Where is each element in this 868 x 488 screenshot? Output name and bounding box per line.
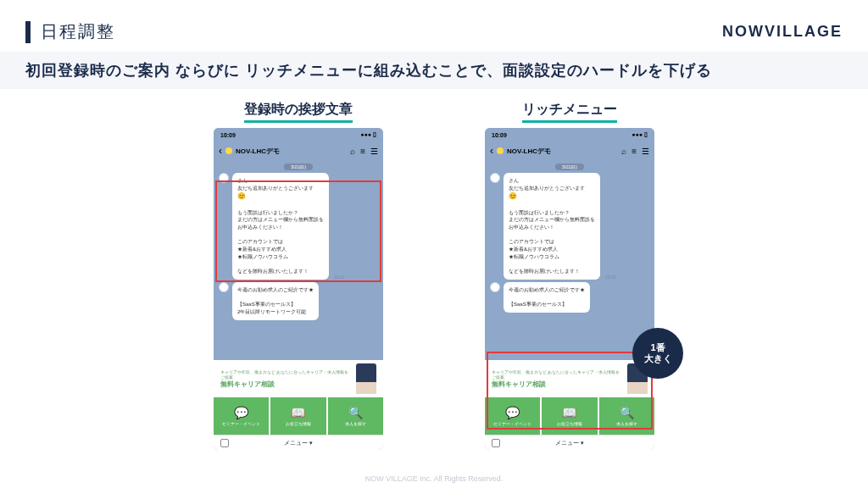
chat-title: NOV-LHCデモ: [507, 147, 618, 156]
rm-subtext: キャリアや年収、働き方など あなたに合ったキャリア・求人情報をご提案: [220, 369, 353, 380]
rm-label: 求人を探す: [616, 421, 637, 426]
msg-line: もう面談は行いましたか？: [237, 209, 324, 217]
rich-menu[interactable]: キャリアや年収、働き方など あなたに合ったキャリア・求人情報をご提案 無料キャリ…: [214, 360, 383, 435]
footer-copyright: NOW VILLAGE Inc. All Rights Reserved.: [0, 474, 868, 483]
rich-menu[interactable]: キャリアや年収、働き方など あなたに合ったキャリア・求人情報をご提案 無料キャリ…: [485, 360, 654, 435]
book-icon: 📖: [562, 406, 576, 419]
msg-line: このアカウントでは: [237, 238, 324, 246]
signal-icons: ●●● ▯: [360, 131, 376, 138]
chat-icon: 💬: [505, 406, 520, 419]
book-icon: 📖: [291, 406, 305, 419]
chat-icon: 💬: [234, 406, 248, 419]
rm-label: セミナー・イベント: [493, 421, 531, 426]
rich-menu-grid: 💬セミナー・イベント 📖お役立ち情報 🔍求人を探す: [214, 397, 383, 435]
search-icon[interactable]: ⌕: [350, 147, 355, 156]
navbar: ‹ NOV-LHCデモ ⌕ ≡ ☰: [485, 141, 654, 160]
rm-cell-seminar[interactable]: 💬セミナー・イベント: [485, 397, 542, 435]
message-row: さん 友だち追加ありがとうございます 😊 もう面談は行いましたか？ まだの方はメ…: [219, 173, 378, 280]
nav-icons: ⌕ ≡ ☰: [350, 147, 378, 156]
msg-line: このアカウントでは: [509, 238, 595, 246]
menu-toggle[interactable]: メニュー ▾: [284, 439, 313, 447]
search-icon[interactable]: ⌕: [621, 147, 626, 156]
menu-icon[interactable]: ☰: [370, 147, 378, 156]
rm-label: お役立ち情報: [286, 421, 311, 426]
rm-label: お役立ち情報: [557, 421, 582, 426]
footbar: メニュー ▾: [214, 435, 383, 450]
msg-line: まだの方はメニュー欄から無料面談を: [509, 216, 595, 224]
callout-badge: 1番 大きく: [632, 328, 683, 379]
timeline: 3/21(前) さん 友だち追加ありがとうございます 😊 もう面談は行いましたか…: [214, 160, 383, 320]
time-label: 10:09: [220, 132, 236, 138]
keyboard-icon[interactable]: [492, 439, 500, 447]
rm-subtext: キャリアや年収、働き方など あなたに合ったキャリア・求人情報をご提案: [492, 369, 624, 380]
time-label: 10:09: [492, 132, 507, 138]
msg-line: 【SaaS事業のセールス】: [237, 301, 314, 308]
keyboard-icon[interactable]: [220, 439, 229, 447]
emoji-icon: 😊: [237, 191, 324, 202]
day-pill: 3/21(前): [555, 164, 584, 170]
jobs-bubble: 今週のお勧め求人のご紹介です★ 【SaaS事業のセールス】 2年目以降リモートワ…: [232, 282, 319, 320]
statusbar: 10:09 ●●● ▯: [214, 128, 383, 141]
timestamp: 10:21: [334, 274, 345, 280]
rm-cell-info[interactable]: 📖お役立ち情報: [542, 397, 598, 435]
rm-label: 求人を探す: [345, 421, 366, 426]
avatar-icon: [497, 147, 504, 154]
greeting-bubble: さん 友だち追加ありがとうございます 😊 もう面談は行いましたか？ まだの方はメ…: [232, 173, 329, 280]
rm-cell-search[interactable]: 🔍求人を探す: [328, 397, 383, 435]
rm-title: 無料キャリア相談: [492, 380, 624, 389]
msg-line: 2年目以降リモートワーク可能: [237, 308, 314, 316]
footbar: メニュー ▾: [485, 435, 654, 450]
rich-menu-top[interactable]: キャリアや年収、働き方など あなたに合ったキャリア・求人情報をご提案 無料キャリ…: [214, 360, 383, 397]
msg-line: ★新着&おすすめ求人: [509, 246, 595, 253]
msg-line: ★転職ノウハウコラム: [509, 253, 595, 261]
badge-line2: 大きく: [644, 353, 672, 364]
rm-cell-seminar[interactable]: 💬セミナー・イベント: [214, 397, 270, 435]
back-icon[interactable]: ‹: [490, 145, 493, 157]
phone-mockup-left: 10:09 ●●● ▯ ‹ NOV-LHCデモ ⌕ ≡ ☰ 3/21(前) さん: [214, 128, 383, 450]
nav-icons: ⌕ ≡ ☰: [621, 147, 649, 156]
menu-toggle[interactable]: メニュー ▾: [555, 439, 584, 447]
rich-menu-top[interactable]: キャリアや年収、働き方など あなたに合ったキャリア・求人情報をご提案 無料キャリ…: [485, 360, 654, 397]
list-icon[interactable]: ≡: [360, 147, 365, 156]
navbar: ‹ NOV-LHCデモ ⌕ ≡ ☰: [214, 141, 383, 160]
person-illustration: [356, 363, 376, 394]
brand-logo: NOWVILLAGE: [722, 23, 843, 41]
accent-bar: [25, 21, 31, 43]
message-row: さん 友だち追加ありがとうございます 😊 もう面談は行いましたか？ まだの方はメ…: [490, 173, 649, 280]
day-pill: 3/21(前): [284, 164, 313, 170]
statusbar: 10:09 ●●● ▯: [485, 128, 654, 141]
msg-line: お申込みください！: [509, 224, 595, 231]
search-icon: 🔍: [620, 406, 634, 419]
search-icon: 🔍: [348, 406, 363, 419]
timeline: 3/21(前) さん 友だち追加ありがとうございます 😊 もう面談は行いましたか…: [485, 160, 654, 313]
jobs-bubble: 今週のお勧め求人のご紹介です★ 【SaaS事業のセールス】: [504, 282, 590, 313]
avatar: [490, 282, 500, 292]
content: 登録時の挨拶文章 10:09 ●●● ▯ ‹ NOV-LHCデモ ⌕ ≡ ☰ 3…: [0, 89, 868, 450]
menu-icon[interactable]: ☰: [642, 147, 649, 156]
back-icon[interactable]: ‹: [219, 145, 222, 157]
list-icon[interactable]: ≡: [632, 147, 637, 156]
msg-line: まだの方はメニュー欄から無料面談を: [237, 216, 324, 224]
msg-line: さん: [509, 177, 595, 185]
signal-icons: ●●● ▯: [632, 131, 648, 138]
badge-line1: 1番: [650, 342, 665, 353]
column-right-title: リッチメニュー: [522, 101, 617, 123]
msg-line: 友だち追加ありがとうございます: [237, 185, 324, 192]
column-left-title: 登録時の挨拶文章: [244, 101, 353, 123]
msg-line: ★転職ノウハウコラム: [237, 253, 324, 261]
msg-line: などを随時お届けいたします！: [237, 268, 324, 275]
rm-cell-info[interactable]: 📖お役立ち情報: [270, 397, 327, 435]
column-left: 登録時の挨拶文章 10:09 ●●● ▯ ‹ NOV-LHCデモ ⌕ ≡ ☰ 3…: [214, 101, 383, 450]
avatar: [219, 173, 229, 183]
emoji-icon: 😊: [509, 191, 595, 202]
rm-cell-search[interactable]: 🔍求人を探す: [599, 397, 654, 435]
avatar: [219, 282, 229, 292]
msg-line: 友だち追加ありがとうございます: [509, 185, 595, 192]
chat-title: NOV-LHCデモ: [236, 147, 347, 156]
rm-title: 無料キャリア相談: [220, 380, 353, 389]
message-row: 今週のお勧め求人のご紹介です★ 【SaaS事業のセールス】: [490, 282, 649, 313]
subtitle: 初回登録時のご案内 ならびに リッチメニューに組み込むことで、面談設定のハードル…: [0, 52, 868, 89]
msg-line: などを随時お届けいたします！: [509, 268, 595, 275]
timestamp: 10:21: [605, 274, 616, 280]
msg-line: さん: [237, 177, 324, 185]
